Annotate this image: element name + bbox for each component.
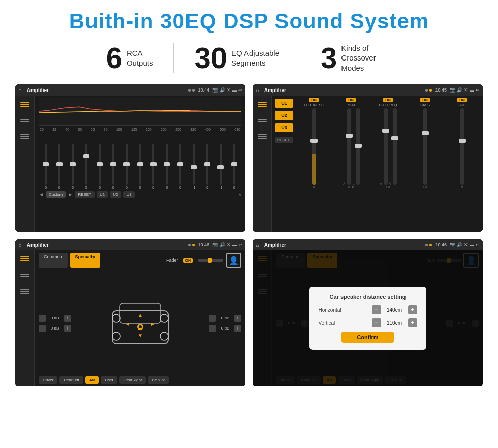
crossover-reset-btn[interactable]: RESET [275,137,293,143]
eq-slider-14[interactable]: -1 [214,144,227,189]
all-btn[interactable]: All [85,376,99,384]
eq-sliders-row: 0 0 0 5 0 0 0 0 0 0 0 -1 0 -1 0 [39,133,241,189]
u2-btn[interactable]: U2 [275,111,293,120]
eq-slider-6[interactable]: 0 [107,144,119,189]
eq-slider-1[interactable]: 0 [40,144,52,189]
eq-reset-btn[interactable]: RESET [75,191,95,198]
eq-sidebar-icon-3[interactable] [19,132,31,141]
eq-u2-btn[interactable]: U2 [110,191,121,198]
fd-back-icon: ↩ [238,242,242,247]
fader-h-slider[interactable] [198,259,223,262]
svg-text:▲: ▲ [138,312,143,318]
cr-sidebar-icon-3[interactable] [256,132,268,141]
svg-point-10 [139,325,142,328]
dialog-title: Car speaker distance setting [319,294,417,300]
eq-slider-12[interactable]: -1 [188,144,200,189]
stat-eq: 30 EQ AdjustableSegments [174,43,300,73]
vertical-plus-btn[interactable]: + [408,318,417,327]
eq-u1-btn[interactable]: U1 [97,191,108,198]
fd-sidebar-icon-1[interactable] [19,254,31,263]
u3-btn[interactable]: U3 [275,123,293,132]
fd-battery-icon: ▬ [232,242,237,247]
eq-status-bar: ⌂ Amplifier 10:44 📷 🔊 ✕ ▬ ↩ [15,84,245,96]
fader-status-icons: 📷 🔊 ✕ ▬ ↩ [212,242,242,247]
eq-slider-3[interactable]: 0 [67,144,79,189]
fd-volume-icon: 🔊 [220,242,225,247]
stat-label-crossover: Kinds ofCrossover Modes [341,43,392,73]
eq-home-icon: ⌂ [18,87,22,93]
bass-label: BASS [420,103,430,107]
vol-plus-1[interactable]: + [64,315,71,322]
crossover-home-icon: ⌂ [256,87,259,93]
driver-btn[interactable]: Driver [39,376,57,384]
ddot2 [429,244,432,246]
vertical-minus-btn[interactable]: − [372,318,381,327]
vol-minus-3[interactable]: − [209,315,216,322]
vol-plus-3[interactable]: + [234,315,241,322]
vol-plus-4[interactable]: + [234,325,241,332]
vol-minus-2[interactable]: − [39,325,46,332]
crossover-screen-title: Amplifier [264,87,423,93]
fader-status-dots [188,244,195,246]
fader-label: Fader [166,258,178,263]
cr-x-icon: ✕ [464,87,468,93]
horizontal-minus-btn[interactable]: − [372,305,381,314]
phat-label: PHAT [346,103,355,107]
eq-slider-4[interactable]: 5 [80,144,92,189]
vol-row-3: − 0 dB + [209,315,241,322]
rearleft-btn[interactable]: RearLeft [59,376,83,384]
vertical-value: 110cm [383,320,406,326]
fd-sidebar-icon-3[interactable] [19,287,31,296]
dl-back-icon: ↩ [476,242,480,247]
eq-slider-7[interactable]: 0 [120,144,133,189]
dl-x-icon: ✕ [464,242,468,247]
copilot-btn[interactable]: Copilot [148,376,169,384]
sub-on-badge: ON [457,98,467,102]
eq-slider-10[interactable]: 0 [161,144,173,189]
eq-sidebar-icon-1[interactable] [19,100,31,109]
rearright-btn[interactable]: RearRight [119,376,146,384]
eq-slider-2[interactable]: 0 [53,144,65,189]
eq-u3-btn[interactable]: U3 [123,191,135,198]
vol-minus-4[interactable]: − [209,325,216,332]
dl-volume-icon: 🔊 [457,242,462,247]
u1-btn[interactable]: U1 [275,99,293,108]
eq-slider-5[interactable]: 0 [94,144,106,189]
vol-controls-right: − 0 dB + − 0 dB + [209,273,241,373]
fader-common-tab[interactable]: Common [39,253,68,268]
cr-sidebar-icon-2[interactable] [256,116,268,125]
x-icon: ✕ [227,87,231,93]
eq-prev-arrow[interactable]: ◄ [39,192,44,197]
eq-left-sidebar [15,96,35,232]
cutfreq-label: CUT FREQ [379,103,397,107]
eq-screen-body: 25 32 40 50 63 80 100 125 160 200 250 32… [15,96,245,232]
eq-next-arrow[interactable]: ► [68,192,73,197]
dialog-vertical-row: Vertical − 110cm + [319,318,417,327]
eq-slider-8[interactable]: 0 [134,144,146,189]
eq-slider-11[interactable]: 0 [174,144,186,189]
vol-minus-1[interactable]: − [39,315,46,322]
fader-status-bar: ⌂ Amplifier 10:46 📷 🔊 ✕ ▬ ↩ [15,239,245,250]
vol-val-1: 0 dB [47,316,63,320]
cr-volume-icon: 🔊 [457,87,462,93]
channel-loudness: ON LOUDNESS 0 [296,98,331,230]
stats-row: 6 RCAOutputs 30 EQ AdjustableSegments 3 … [15,43,483,73]
confirm-button[interactable]: Confirm [341,332,393,343]
horizontal-plus-btn[interactable]: + [408,305,417,314]
fd-camera-icon: 📷 [212,242,218,247]
fader-specialty-tab[interactable]: Specialty [70,253,101,268]
eq-slider-9[interactable]: 0 [147,144,160,189]
eq-custom-btn[interactable]: Custom [46,191,66,198]
fd-sidebar-icon-2[interactable] [19,271,31,280]
dialog-overlay: Car speaker distance setting Horizontal … [253,250,483,386]
dialog-status-dots [425,244,432,246]
cutfreq-on-badge: ON [383,98,393,102]
cr-sidebar-icon-1[interactable] [256,100,268,109]
eq-slider-13[interactable]: 0 [201,144,213,189]
eq-slider-15[interactable]: 0 [228,144,240,189]
dialog-box: Car speaker distance setting Horizontal … [309,287,426,350]
eq-arrows-right: » [238,192,241,197]
eq-sidebar-icon-2[interactable] [19,116,31,125]
user-btn[interactable]: User [101,376,117,384]
vol-plus-2[interactable]: + [64,325,71,332]
